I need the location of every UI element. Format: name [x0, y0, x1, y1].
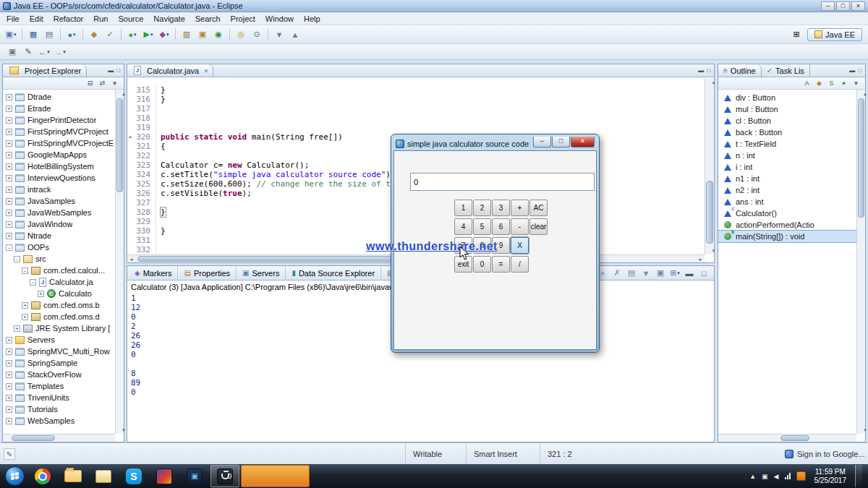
tab-servers[interactable]: ▣Servers — [237, 266, 286, 281]
tree-item-firstspringmvcprojecte[interactable]: +FirstSpringMVCProjectE — [3, 137, 115, 149]
web-browser-icon[interactable]: ●▾ — [64, 27, 80, 42]
tree-item-googlemapapps[interactable]: +GoogleMapApps — [3, 149, 115, 160]
minimize-view-icon[interactable]: ▬ — [849, 67, 855, 74]
expand-handle-icon[interactable]: + — [6, 94, 12, 100]
expand-handle-icon[interactable]: + — [6, 152, 12, 158]
menu-item-refactor[interactable]: Refactor — [48, 13, 89, 25]
view-menu-icon[interactable]: ▾ — [850, 78, 862, 89]
volume-icon[interactable]: ◀ — [774, 473, 779, 480]
expand-handle-icon[interactable]: + — [22, 302, 28, 309]
hide-fields-icon[interactable]: ◆ — [813, 78, 825, 89]
expand-handle-icon[interactable]: + — [6, 163, 12, 170]
taskbar-item-java-app[interactable] — [210, 465, 239, 487]
collapse-all-icon[interactable]: ⊟ — [84, 78, 96, 89]
expand-handle-icon[interactable]: + — [6, 117, 12, 124]
open-console-icon[interactable]: ⊞▾ — [668, 267, 681, 279]
save-icon[interactable]: ▦ — [25, 27, 41, 42]
taskbar-item-documents[interactable] — [89, 465, 118, 487]
tree-item-intrack[interactable]: +intrack — [3, 184, 115, 195]
scroll-thumb[interactable] — [706, 181, 713, 244]
taskbar-item-skype[interactable]: S — [119, 465, 148, 487]
calc-button-x[interactable]: X — [511, 237, 529, 254]
expand-handle-icon[interactable]: + — [6, 140, 12, 147]
calc-button-ac[interactable]: AC — [529, 200, 548, 216]
debug-icon[interactable]: ●▾ — [124, 27, 140, 42]
google-signin[interactable]: Sign in to Google... — [785, 443, 865, 464]
expand-handle-icon[interactable]: + — [6, 210, 12, 216]
scroll-thumb[interactable] — [137, 256, 397, 262]
open-type-icon[interactable]: ◎ — [233, 27, 249, 42]
tab-project-explorer[interactable]: Project Explorer — [3, 64, 87, 77]
tree-item-fingerprintdetector[interactable]: +FingerPrintDetector — [3, 114, 115, 126]
tree-item-calculator-ja[interactable]: -JCalculator.ja — [3, 276, 115, 288]
tree-item-servers[interactable]: +Servers — [3, 334, 115, 346]
tab-markers[interactable]: ◈Markers — [129, 266, 178, 281]
tree-item-com-cfed-oms-b[interactable]: +com.cfed.oms.b — [3, 299, 115, 311]
calc-button-3[interactable]: 3 — [492, 200, 510, 216]
pin-editor-icon[interactable]: ▣ — [4, 45, 20, 59]
hide-non-public-icon[interactable]: ● — [838, 78, 850, 89]
expand-handle-icon[interactable]: + — [6, 395, 12, 401]
expand-handle-icon[interactable]: - — [30, 279, 36, 286]
outline-item-n2-int[interactable]: n2 : int — [718, 184, 856, 196]
minimize-button[interactable]: – — [533, 137, 551, 147]
tree-item-stackoverflow[interactable]: +StackOverFlow — [3, 369, 115, 380]
tab-calculator-java[interactable]: J Calculator.java × — [127, 64, 213, 77]
tree-item-tutorials[interactable]: +Tutorials — [3, 403, 115, 415]
print-icon[interactable]: ▤ — [41, 27, 57, 42]
new-servlet-icon[interactable]: ◆ — [86, 27, 102, 42]
calc-button--[interactable]: + — [511, 200, 529, 216]
scroll-lock-icon[interactable]: ▼ — [639, 267, 652, 279]
scroll-right-arrow[interactable]: ▸ — [697, 255, 705, 263]
tab-data-source-explorer[interactable]: ▮Data Source Explorer — [286, 266, 381, 281]
expand-handle-icon[interactable]: + — [6, 360, 12, 367]
tray-window-icon[interactable]: ▣ — [762, 473, 768, 480]
expand-handle-icon[interactable]: + — [22, 314, 28, 320]
calc-button-4[interactable]: 4 — [454, 218, 472, 235]
calc-button--[interactable]: = — [492, 256, 510, 273]
expand-handle-icon[interactable]: - — [22, 267, 28, 274]
menu-item-help[interactable]: Help — [299, 13, 326, 25]
calc-button-6[interactable]: 6 — [492, 218, 510, 235]
expand-handle-icon[interactable]: + — [6, 337, 12, 343]
scroll-up-arrow[interactable]: ▴ — [710, 78, 718, 86]
outline-item-calculator-[interactable]: cCalculator() — [718, 207, 856, 219]
outline-item-back-button[interactable]: back : Button — [718, 127, 856, 138]
tree-item-websamples[interactable]: +WebSamples — [3, 415, 115, 427]
tab-outline[interactable]: ≡ Outline — [718, 64, 762, 77]
taskbar-item-alert[interactable] — [241, 465, 310, 487]
tree-item-com-cfed-calcul-[interactable]: -com.cfed.calcul... — [3, 265, 115, 276]
run-icon[interactable]: ▶▾ — [140, 27, 156, 42]
tree-item-interviewquestions[interactable]: +InterviewQuestions — [3, 172, 115, 184]
tree-item-javasamples[interactable]: +JavaSamples — [3, 195, 115, 207]
scroll-thumb[interactable] — [12, 435, 55, 441]
tree-item-etrade[interactable]: +Etrade — [3, 103, 115, 114]
scroll-down-arrow[interactable]: ▾ — [710, 247, 718, 254]
scroll-down-arrow[interactable]: ▾ — [861, 426, 868, 434]
expand-handle-icon[interactable]: + — [6, 198, 12, 205]
menu-item-window[interactable]: Window — [260, 13, 299, 25]
minimize-view-icon[interactable]: ▬ — [683, 267, 696, 279]
expand-handle-icon[interactable]: + — [6, 406, 12, 413]
tree-item-jre-system-library-[interactable]: +JRE System Library [ — [3, 322, 115, 334]
show-hidden-icons-button[interactable]: ▲ — [749, 473, 756, 480]
tab-properties[interactable]: ▤Properties — [178, 266, 237, 281]
calculator-titlebar[interactable]: simple java calculator source code – □ × — [393, 137, 597, 150]
clear-console-icon[interactable]: ▤ — [625, 267, 638, 279]
menu-item-file[interactable]: File — [1, 13, 25, 25]
expand-handle-icon[interactable]: + — [6, 175, 12, 181]
taskbar-item-photo-viewer[interactable]: ▣ — [180, 465, 209, 487]
tree-item-calculato[interactable]: +CCalculato — [3, 288, 115, 299]
calc-button-0[interactable]: 0 — [473, 256, 491, 273]
expand-handle-icon[interactable]: + — [6, 233, 12, 239]
maximize-view-icon[interactable]: □ — [707, 67, 710, 74]
outline-item-actionperformed-actio[interactable]: actionPerformed(Actio — [718, 219, 856, 231]
scroll-up-arrow[interactable]: ▴ — [861, 90, 868, 98]
tree-item-triveniunits[interactable]: +TriveniUnits — [3, 392, 115, 403]
new-class-icon[interactable]: ◉ — [210, 27, 226, 42]
tab-close-icon[interactable]: × — [204, 67, 208, 74]
tree-item-javawindow[interactable]: +JavaWindow — [3, 218, 115, 230]
calc-button-2[interactable]: 2 — [473, 200, 491, 216]
previous-annotation-icon[interactable]: ▲ — [287, 27, 303, 42]
open-perspective-button[interactable]: ⊞ — [788, 27, 804, 42]
